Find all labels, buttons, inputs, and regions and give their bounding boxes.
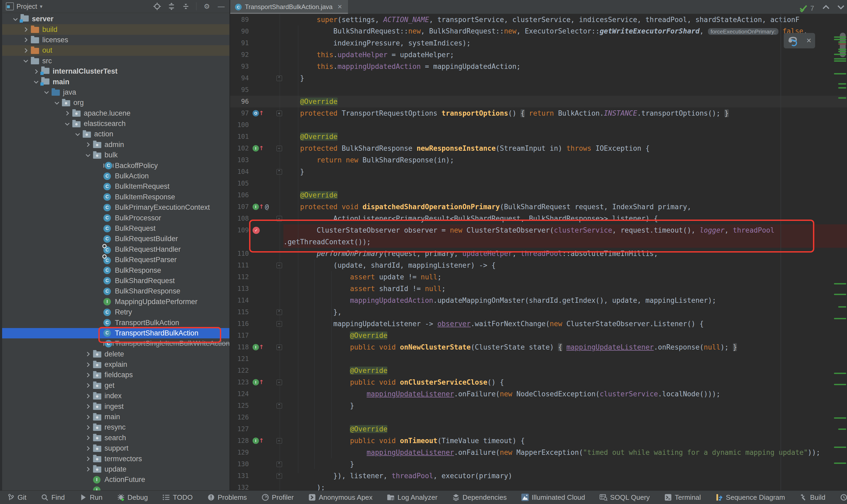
tree-item-termvectors[interactable]: termvectors <box>2 453 230 464</box>
fold-marker-icon[interactable]: ⌃ <box>276 169 282 175</box>
tree-item-main[interactable]: main <box>2 412 230 422</box>
tree-item-internalclustertest[interactable]: internalClusterTest <box>2 66 230 76</box>
implement-method-icon[interactable]: I <box>253 344 259 350</box>
tree-item-mappingupdateperformer[interactable]: IMappingUpdatePerformer <box>2 296 230 307</box>
fold-marker-icon[interactable]: − <box>276 146 282 151</box>
statusbar-item-illuminated-cloud[interactable]: Illuminated Cloud <box>521 493 585 502</box>
tree-item-retry[interactable]: CRetry <box>2 307 230 318</box>
tree-item-bulkshardrequest[interactable]: CBulkShardRequest <box>2 276 230 286</box>
expanded-arrow[interactable] <box>10 17 20 21</box>
tree-item-bulkaction[interactable]: CBulkAction <box>2 171 230 181</box>
tree-item-admin[interactable]: admin <box>2 140 230 150</box>
hide-panel-icon[interactable]: — <box>217 2 225 11</box>
statusbar-item-soql-query[interactable]: SOQL Query <box>599 493 650 502</box>
fold-marker-icon[interactable]: − <box>276 263 282 268</box>
tree-item-build[interactable]: build <box>2 24 230 35</box>
next-problem-button[interactable] <box>837 4 845 10</box>
fold-marker-icon[interactable]: − <box>276 380 282 385</box>
collapsed-arrow[interactable] <box>83 466 93 472</box>
fold-marker-icon[interactable]: ⌃ <box>276 462 282 467</box>
tree-item-bulk[interactable]: bulk <box>2 150 230 160</box>
collapsed-arrow[interactable] <box>83 424 93 431</box>
tree-item-index[interactable]: index <box>2 391 230 401</box>
tree-item-bulkprimaryexecutioncontext[interactable]: CBulkPrimaryExecutionContext <box>2 202 230 213</box>
fold-marker-icon[interactable]: ⌃ <box>276 403 282 409</box>
expanded-arrow[interactable] <box>62 122 72 126</box>
expanded-arrow[interactable] <box>41 90 52 95</box>
expand-all-icon[interactable] <box>167 2 176 11</box>
tree-item-licenses[interactable]: licenses <box>2 35 230 45</box>
collapsed-arrow[interactable] <box>83 393 93 399</box>
tree-item-bulkresponse[interactable]: CBulkResponse <box>2 265 230 275</box>
collapsed-arrow[interactable] <box>83 351 93 357</box>
tree-item-bulkrequestbuilder[interactable]: CBulkRequestBuilder <box>2 234 230 244</box>
tree-item-support[interactable]: support <box>2 443 230 453</box>
tree-item-delete[interactable]: delete <box>2 349 230 359</box>
inspection-widget[interactable]: 7 <box>799 4 814 13</box>
statusbar-item-log-analyzer[interactable]: Log Analyzer <box>387 493 437 502</box>
tree-item-bulkitemrequest[interactable]: CBulkItemRequest <box>2 181 230 192</box>
tree-item-transportshardbulkaction[interactable]: CTransportShardBulkAction <box>2 328 230 338</box>
collapsed-arrow[interactable] <box>62 110 72 116</box>
tree-item-org[interactable]: org <box>2 97 230 108</box>
tree-item-elasticsearch[interactable]: elasticsearch <box>2 119 230 129</box>
statusbar-item-run[interactable]: Run <box>79 493 103 502</box>
collapse-all-icon[interactable] <box>182 2 190 11</box>
collapsed-arrow[interactable] <box>83 445 93 452</box>
tab-transportshardbulkaction[interactable]: C TransportShardBulkAction.java ✕ <box>230 0 348 14</box>
tree-item-bulkrequestparser[interactable]: CBulkRequestParser <box>2 255 230 265</box>
collapsed-arrow[interactable] <box>83 361 93 368</box>
gradle-refresh-icon[interactable] <box>787 35 799 47</box>
previous-problem-button[interactable] <box>822 4 830 10</box>
collapsed-arrow[interactable] <box>83 372 93 378</box>
tree-item-server[interactable]: server <box>2 14 230 24</box>
statusbar-item-event-log[interactable]: Event Log <box>840 493 847 502</box>
code-area[interactable]: 89 super(settings, ACTION_NAME, transpor… <box>230 14 847 490</box>
fold-marker-icon[interactable]: − <box>276 321 282 327</box>
tree-item-ingest[interactable]: ingest <box>2 401 230 412</box>
tree-item-bulkitemresponse[interactable]: CBulkItemResponse <box>2 192 230 202</box>
breakpoint-icon[interactable]: ✓ <box>253 227 260 234</box>
statusbar-item-find[interactable]: Find <box>41 493 65 502</box>
fold-marker-icon[interactable]: ⌃ <box>276 309 282 315</box>
implement-method-icon[interactable]: I <box>253 204 259 210</box>
collapsed-arrow[interactable] <box>31 68 41 75</box>
tree-item-clipped[interactable]: I <box>2 485 230 490</box>
fold-marker-icon[interactable]: + <box>276 344 282 350</box>
statusbar-item-git[interactable]: Git <box>7 493 26 502</box>
tree-item-update[interactable]: update <box>2 464 230 474</box>
fold-marker-icon[interactable]: + <box>276 111 282 116</box>
close-icon[interactable]: ✕ <box>806 37 811 44</box>
fold-marker-icon[interactable]: − <box>276 216 282 221</box>
statusbar-item-problems[interactable]: Problems <box>207 493 247 502</box>
collapsed-arrow[interactable] <box>83 141 93 148</box>
tree-item-fieldcaps[interactable]: fieldcaps <box>2 370 230 380</box>
statusbar-item-debug[interactable]: Debug <box>117 493 148 502</box>
tree-item-bulkrequesthandler[interactable]: CBulkRequestHandler <box>2 244 230 255</box>
collapsed-arrow[interactable] <box>83 414 93 420</box>
tree-item-bulkshardresponse[interactable]: CBulkShardResponse <box>2 286 230 296</box>
implement-method-icon[interactable]: I <box>253 145 259 151</box>
statusbar-item-anonymous-apex[interactable]: Anonymous Apex <box>308 493 373 502</box>
tree-item-out[interactable]: out <box>2 45 230 56</box>
override-method-icon[interactable]: O <box>253 110 259 116</box>
expanded-arrow[interactable] <box>31 79 41 84</box>
tree-item-bulkrequest[interactable]: CBulkRequest <box>2 223 230 234</box>
expanded-arrow[interactable] <box>20 58 31 63</box>
expanded-arrow[interactable] <box>83 153 93 158</box>
fold-marker-icon[interactable]: ⌃ <box>276 75 282 81</box>
implement-method-icon[interactable]: I <box>253 437 259 444</box>
collapsed-arrow[interactable] <box>83 403 93 410</box>
tree-item-backoffpolicy[interactable]: CBackoffPolicy <box>2 160 230 170</box>
tree-item-java[interactable]: java <box>2 87 230 97</box>
implement-method-icon[interactable]: I <box>253 379 259 385</box>
collapsed-arrow[interactable] <box>20 26 31 33</box>
statusbar-item-profiler[interactable]: Profiler <box>261 493 294 502</box>
tree-item-get[interactable]: get <box>2 380 230 391</box>
tree-item-main[interactable]: main <box>2 76 230 87</box>
collapsed-arrow[interactable] <box>83 456 93 462</box>
tree-item-actionfuture[interactable]: IActionFuture <box>2 474 230 485</box>
collapsed-arrow[interactable] <box>83 435 93 441</box>
tree-item-bulkprocessor[interactable]: CBulkProcessor <box>2 213 230 223</box>
expanded-arrow[interactable] <box>72 132 83 137</box>
